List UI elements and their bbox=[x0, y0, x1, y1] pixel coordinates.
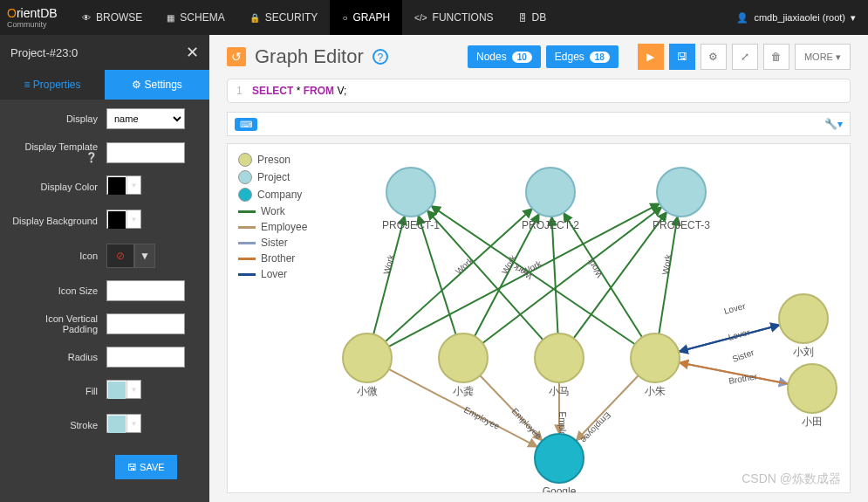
sidebar-header: Project-#23:0 ✕ bbox=[0, 35, 209, 70]
icon-picker[interactable]: ⊘▼ bbox=[106, 244, 155, 268]
help-icon[interactable]: ? bbox=[372, 49, 388, 65]
svg-text:PROJECT-3: PROJECT-3 bbox=[653, 219, 710, 231]
radius-label: Radius bbox=[10, 352, 106, 362]
svg-point-53 bbox=[535, 434, 584, 483]
svg-text:Lover: Lover bbox=[723, 301, 748, 316]
nav-db[interactable]: 🗄DB bbox=[506, 0, 559, 35]
graph-svg[interactable]: WorkWorkWorkWorkWorkWorkWorkEmployeeEmpl… bbox=[228, 144, 850, 492]
svg-text:PROJECT-1: PROJECT-1 bbox=[382, 219, 440, 231]
tab-settings[interactable]: ⚙ Settings bbox=[105, 70, 209, 100]
legend-line-work bbox=[238, 210, 256, 213]
legend-line-sister bbox=[238, 242, 256, 244]
sidebar-title: Project-#23:0 bbox=[10, 46, 78, 59]
graph-canvas[interactable]: Preson Project Company Work Employee Sis… bbox=[227, 143, 851, 493]
caret-down-icon: ▼ bbox=[134, 244, 155, 268]
save-button[interactable]: 🖫 SAVE bbox=[115, 455, 177, 479]
svg-text:小微: 小微 bbox=[357, 385, 378, 397]
back-button[interactable]: ↺ bbox=[227, 47, 246, 66]
expand-button[interactable]: ⤢ bbox=[732, 44, 758, 70]
query-editor[interactable]: 1 SELECT * FROM V; bbox=[227, 79, 851, 103]
svg-point-51 bbox=[788, 364, 837, 413]
svg-text:小马: 小马 bbox=[549, 385, 570, 397]
svg-text:Employee: Employee bbox=[462, 405, 502, 432]
play-button[interactable]: ▶ bbox=[638, 44, 664, 70]
wrench-icon[interactable]: 🔧▾ bbox=[824, 118, 843, 130]
legend-line-brother bbox=[238, 258, 256, 260]
brand-logo: OrientDB Community bbox=[0, 4, 70, 31]
svg-text:PROJECT-2: PROJECT-2 bbox=[522, 219, 579, 231]
nav-items: 👁BROWSE ▦SCHEMA 🔒SECURITY ○GRAPH </>FUNC… bbox=[70, 0, 558, 35]
svg-text:小刘: 小刘 bbox=[793, 346, 814, 358]
svg-point-41 bbox=[343, 334, 392, 382]
circle-icon: ○ bbox=[342, 13, 347, 23]
legend-swatch-company bbox=[238, 188, 252, 202]
watermark: CSDN @炼数成器 bbox=[742, 471, 841, 487]
settings-form: Displayname Display Template ❔ Display C… bbox=[0, 100, 209, 488]
svg-point-35 bbox=[386, 168, 435, 217]
stroke-picker[interactable]: ▼ bbox=[106, 414, 141, 433]
nodes-count-button[interactable]: Nodes10 bbox=[468, 45, 541, 68]
display-bg-label: Display Background bbox=[10, 216, 106, 226]
svg-text:Employee: Employee bbox=[579, 410, 613, 445]
page-title: Graph Editor bbox=[255, 45, 364, 68]
icon-size-label: Icon Size bbox=[10, 285, 106, 296]
tab-properties[interactable]: ≡ Properties bbox=[0, 70, 105, 100]
caret-down-icon: ▾ bbox=[851, 12, 856, 24]
nav-functions[interactable]: </>FUNCTIONS bbox=[402, 0, 505, 35]
stroke-label: Stroke bbox=[10, 420, 106, 430]
legend-swatch-preson bbox=[238, 153, 252, 167]
top-nav: OrientDB Community 👁BROWSE ▦SCHEMA 🔒SECU… bbox=[0, 0, 868, 35]
lock-icon: 🔒 bbox=[249, 13, 260, 23]
main-area: ↺ Graph Editor ? Nodes10 Edges18 ▶ 🖫 ⚙ ⤢… bbox=[209, 35, 868, 502]
svg-point-49 bbox=[779, 294, 828, 343]
fill-label: Fill bbox=[10, 386, 106, 396]
toolbar-strip: ⌨ 🔧▾ bbox=[227, 112, 851, 136]
svg-text:Work: Work bbox=[584, 257, 604, 279]
icon-vpad-label: Icon Vertical Padding bbox=[10, 313, 106, 334]
display-template-label: Display Template ❔ bbox=[10, 141, 106, 163]
legend-swatch-project bbox=[238, 170, 252, 184]
user-menu[interactable]: 👤 cmdb_jiaxiaolei (root) ▾ bbox=[724, 12, 868, 24]
svg-text:Work: Work bbox=[454, 255, 475, 276]
svg-text:Lover: Lover bbox=[728, 327, 752, 342]
user-label: cmdb_jiaxiaolei (root) bbox=[754, 12, 845, 23]
fill-picker[interactable]: ▼ bbox=[106, 380, 141, 399]
grid-icon: ▦ bbox=[167, 13, 174, 23]
radius-input[interactable] bbox=[106, 347, 185, 368]
svg-point-43 bbox=[439, 334, 488, 382]
svg-text:Work: Work bbox=[660, 253, 673, 276]
ban-icon: ⊘ bbox=[106, 244, 134, 268]
close-icon[interactable]: ✕ bbox=[186, 43, 199, 62]
edges-count-button[interactable]: Edges18 bbox=[546, 45, 619, 68]
svg-text:小龚: 小龚 bbox=[453, 385, 474, 397]
gear-button[interactable]: ⚙ bbox=[701, 44, 727, 70]
title-bar: ↺ Graph Editor ? Nodes10 Edges18 ▶ 🖫 ⚙ ⤢… bbox=[209, 35, 868, 79]
svg-text:小田: 小田 bbox=[802, 416, 823, 428]
display-select[interactable]: name bbox=[106, 108, 185, 129]
nav-schema[interactable]: ▦SCHEMA bbox=[154, 0, 236, 35]
display-color-picker[interactable]: ▼ bbox=[106, 175, 141, 195]
svg-point-45 bbox=[535, 334, 584, 382]
svg-text:Work: Work bbox=[381, 252, 396, 275]
trash-button[interactable]: 🗑 bbox=[763, 44, 789, 70]
svg-point-47 bbox=[631, 334, 680, 382]
save-graph-button[interactable]: 🖫 bbox=[669, 44, 695, 70]
svg-text:Google: Google bbox=[543, 485, 577, 492]
keyboard-icon[interactable]: ⌨ bbox=[235, 118, 257, 131]
eye-icon: 👁 bbox=[82, 13, 91, 23]
icon-size-input[interactable] bbox=[106, 280, 185, 301]
db-icon: 🗄 bbox=[518, 13, 527, 23]
nav-browse[interactable]: 👁BROWSE bbox=[70, 0, 154, 35]
sidebar: Project-#23:0 ✕ ≡ Properties ⚙ Settings … bbox=[0, 35, 209, 502]
more-button[interactable]: MORE ▾ bbox=[795, 44, 851, 70]
icon-vpad-input[interactable] bbox=[106, 313, 185, 334]
display-template-input[interactable] bbox=[106, 142, 185, 163]
svg-text:Sister: Sister bbox=[731, 347, 755, 364]
legend: Preson Project Company Work Employee Sis… bbox=[238, 153, 307, 284]
display-bg-picker[interactable]: ▼ bbox=[106, 210, 141, 229]
code-icon: </> bbox=[414, 13, 427, 23]
display-label: Display bbox=[10, 113, 106, 124]
svg-point-37 bbox=[526, 168, 575, 217]
nav-security[interactable]: 🔒SECURITY bbox=[237, 0, 331, 35]
nav-graph[interactable]: ○GRAPH bbox=[330, 0, 402, 35]
